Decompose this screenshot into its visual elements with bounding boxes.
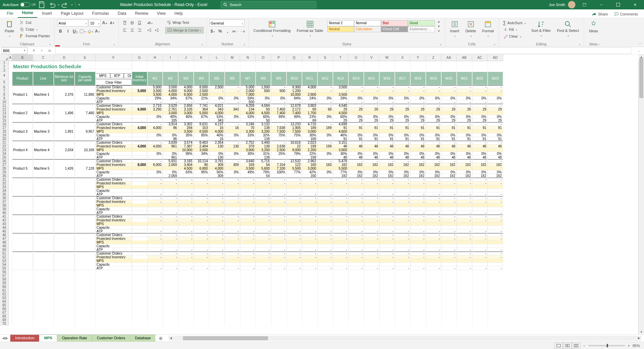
data-cell[interactable]: - <box>333 100 348 104</box>
data-cell[interactable]: 7,000 <box>240 93 256 96</box>
data-cell[interactable] <box>225 137 240 141</box>
column-header[interactable]: I <box>163 54 178 61</box>
data-cell[interactable]: - <box>225 85 240 89</box>
data-cell[interactable]: 70 <box>240 126 256 130</box>
data-cell[interactable]: - <box>256 200 271 204</box>
data-cell[interactable]: - <box>457 218 472 222</box>
cell[interactable] <box>132 93 147 96</box>
data-cell[interactable] <box>348 207 364 211</box>
data-cell[interactable] <box>147 204 163 207</box>
cell[interactable] <box>132 167 147 170</box>
data-cell[interactable] <box>178 226 194 229</box>
cell[interactable] <box>132 178 147 181</box>
data-cell[interactable]: 0% <box>426 115 441 119</box>
measure-label[interactable]: Capacity <box>96 170 132 174</box>
undo-icon[interactable] <box>48 1 56 9</box>
data-cell[interactable]: - <box>441 192 457 196</box>
data-cell[interactable] <box>457 185 472 189</box>
data-cell[interactable] <box>256 189 271 192</box>
data-cell[interactable] <box>317 137 333 141</box>
data-cell[interactable]: 134 <box>240 107 256 111</box>
data-cell[interactable] <box>410 207 426 211</box>
data-cell[interactable] <box>364 130 379 133</box>
row-header[interactable]: 63 <box>0 296 9 300</box>
cell[interactable] <box>75 196 96 215</box>
data-cell[interactable] <box>395 226 410 229</box>
row-header[interactable]: 51 <box>0 252 9 255</box>
data-cell[interactable]: 34% <box>194 152 209 156</box>
data-cell[interactable]: 54 <box>256 163 271 167</box>
data-cell[interactable]: - <box>379 252 395 255</box>
measure-label[interactable]: ATP <box>96 248 132 252</box>
data-cell[interactable]: - <box>379 237 395 241</box>
data-cell[interactable]: - <box>348 141 364 144</box>
increase-font-icon[interactable]: A▲ <box>102 19 108 26</box>
data-cell[interactable]: - <box>271 237 287 241</box>
line-name[interactable]: Machine 1 <box>33 85 54 104</box>
data-cell[interactable]: - <box>271 218 287 222</box>
data-cell[interactable]: - <box>317 141 333 144</box>
data-cell[interactable]: 4,209 <box>240 104 256 107</box>
row-header[interactable]: 36 <box>0 196 9 200</box>
data-cell[interactable]: 2,200 <box>302 148 317 152</box>
measure-label[interactable]: MPS <box>96 148 132 152</box>
data-cell[interactable]: - <box>395 215 410 218</box>
data-cell[interactable] <box>395 185 410 189</box>
data-cell[interactable]: 961 <box>163 144 178 148</box>
data-cell[interactable]: 182 <box>379 163 395 167</box>
week-header[interactable]: W18 <box>410 72 426 85</box>
data-cell[interactable]: 10,114 <box>194 159 209 163</box>
initial-inventory[interactable]: 4,000 <box>132 144 147 148</box>
column-header[interactable]: D <box>54 54 75 61</box>
data-cell[interactable]: - <box>178 233 194 237</box>
data-cell[interactable] <box>364 244 379 248</box>
data-cell[interactable]: - <box>333 211 348 215</box>
data-cell[interactable] <box>271 244 287 248</box>
data-cell[interactable]: - <box>410 229 426 233</box>
data-cell[interactable] <box>287 137 302 141</box>
row-header[interactable]: 19 <box>0 133 9 137</box>
cell[interactable] <box>54 196 75 215</box>
cell[interactable] <box>132 259 147 263</box>
data-cell[interactable] <box>147 167 163 170</box>
data-cell[interactable] <box>333 263 348 266</box>
data-cell[interactable] <box>457 167 472 170</box>
data-cell[interactable]: 22 <box>287 144 302 148</box>
data-cell[interactable] <box>395 244 410 248</box>
data-cell[interactable]: 3,781 <box>209 159 225 163</box>
lot-size[interactable]: 1,426 <box>54 159 75 178</box>
data-cell[interactable] <box>457 222 472 226</box>
data-cell[interactable]: 3,500 <box>147 89 163 93</box>
data-cell[interactable]: - <box>225 215 240 218</box>
delete-cells-button[interactable]: Delete <box>463 19 478 38</box>
data-cell[interactable]: 7,400 <box>287 111 302 115</box>
week-header[interactable]: W22 <box>472 72 488 85</box>
data-cell[interactable]: - <box>395 122 410 126</box>
data-cell[interactable]: - <box>163 229 178 233</box>
row-header[interactable]: 18 <box>0 130 9 133</box>
data-cell[interactable] <box>472 259 488 263</box>
data-cell[interactable]: 48 <box>472 156 488 159</box>
decrease-font-icon[interactable]: A▼ <box>109 19 116 26</box>
data-cell[interactable]: - <box>178 237 194 241</box>
data-cell[interactable]: - <box>364 266 379 270</box>
data-cell[interactable]: - <box>457 89 472 93</box>
data-cell[interactable]: 4,716 <box>302 122 317 126</box>
data-cell[interactable] <box>333 204 348 207</box>
data-cell[interactable]: - <box>317 192 333 196</box>
align-bottom-icon[interactable] <box>136 19 143 26</box>
data-cell[interactable]: 48 <box>348 156 364 159</box>
data-cell[interactable] <box>194 241 209 244</box>
data-cell[interactable]: 29 <box>488 119 503 122</box>
data-cell[interactable]: - <box>163 255 178 259</box>
data-cell[interactable]: - <box>457 229 472 233</box>
column-header[interactable]: B <box>12 54 33 61</box>
data-cell[interactable]: - <box>441 85 457 89</box>
autosave-toggle[interactable]: AutoSave Off <box>3 2 36 7</box>
row-header[interactable]: 3 <box>0 69 9 72</box>
data-cell[interactable] <box>147 244 163 248</box>
data-cell[interactable]: - <box>379 159 395 163</box>
data-cell[interactable]: - <box>395 159 410 163</box>
hdr-lot[interactable]: Minimum lot size <box>54 72 75 85</box>
data-cell[interactable] <box>457 241 472 244</box>
